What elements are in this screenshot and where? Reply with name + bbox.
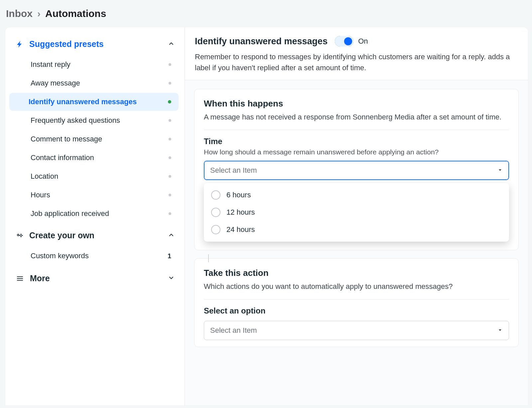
time-dropdown: 6 hours 12 hours 24 hours	[204, 183, 509, 242]
option-label: 6 hours	[226, 191, 251, 199]
time-help: How long should a message remain unanswe…	[204, 148, 509, 156]
caret-down-icon	[497, 166, 503, 175]
sidebar: Suggested presets Instant reply Away mes…	[5, 27, 185, 405]
time-option-24h[interactable]: 24 hours	[204, 221, 509, 238]
status-dot	[169, 82, 171, 85]
toggle-state-label: On	[358, 37, 368, 46]
action-description: Which actions do you want to automatical…	[204, 281, 509, 292]
main-content: Identify unanswered messages On Remember…	[185, 27, 528, 405]
chevron-up-icon	[168, 40, 175, 48]
breadcrumb-prev[interactable]: Inbox	[6, 8, 33, 19]
page-description: Remember to respond to messages by ident…	[195, 51, 518, 73]
sparkle-icon	[15, 231, 25, 240]
when-card: When this happens A message has not rece…	[194, 89, 519, 250]
status-dot	[169, 194, 171, 196]
when-description: A message has not received a response fr…	[204, 111, 509, 122]
status-dot	[169, 138, 171, 140]
option-label: 24 hours	[226, 225, 255, 234]
time-option-12h[interactable]: 12 hours	[204, 204, 509, 221]
menu-icon	[15, 275, 25, 282]
sidebar-item-comment-to-message[interactable]: Comment to message	[11, 130, 179, 148]
status-dot	[169, 63, 171, 66]
main-header: Identify unanswered messages On Remember…	[185, 27, 528, 80]
sidebar-item-count: 1	[168, 252, 171, 260]
sidebar-item-label: Instant reply	[31, 60, 169, 69]
status-dot	[169, 156, 171, 159]
sidebar-item-location[interactable]: Location	[11, 167, 179, 185]
action-option-label: Select an option	[204, 306, 509, 315]
action-card: Take this action Which actions do you wa…	[194, 258, 519, 347]
toggle-knob	[344, 37, 352, 45]
sidebar-item-label: Away message	[31, 79, 169, 88]
caret-down-icon	[497, 326, 503, 335]
sidebar-item-instant-reply[interactable]: Instant reply	[11, 56, 179, 74]
select-placeholder: Select an Item	[210, 166, 257, 175]
sidebar-item-label: Custom keywords	[31, 252, 168, 260]
chevron-down-icon	[168, 275, 175, 283]
sidebar-section-title: Create your own	[29, 231, 163, 240]
radio-icon	[211, 190, 220, 200]
select-placeholder: Select an Item	[210, 326, 257, 335]
action-select[interactable]: Select an Item	[204, 321, 509, 340]
sidebar-section-more[interactable]: More	[9, 268, 181, 287]
feature-toggle[interactable]	[335, 36, 353, 47]
status-dot	[168, 100, 171, 103]
sidebar-section-presets[interactable]: Suggested presets	[9, 35, 181, 55]
sidebar-item-label: Identify unanswered messages	[29, 98, 168, 106]
time-label: Time	[204, 137, 509, 146]
status-dot	[169, 175, 171, 178]
sidebar-item-identify-unanswered[interactable]: Identify unanswered messages	[9, 93, 179, 111]
sidebar-section-create[interactable]: Create your own	[9, 226, 181, 246]
radio-icon	[211, 208, 220, 217]
sidebar-item-faq[interactable]: Frequently asked questions	[11, 111, 179, 129]
sidebar-item-hours[interactable]: Hours	[11, 186, 179, 204]
divider	[204, 299, 509, 300]
sidebar-item-away-message[interactable]: Away message	[11, 74, 179, 92]
radio-icon	[211, 225, 220, 234]
breadcrumb: Inbox › Automations	[0, 0, 532, 27]
preset-list: Instant reply Away message Identify unan…	[9, 56, 181, 226]
sidebar-item-label: Hours	[31, 191, 169, 199]
divider	[204, 130, 509, 130]
time-option-6h[interactable]: 6 hours	[204, 186, 509, 204]
sidebar-item-label: Location	[31, 172, 169, 181]
chevron-right-icon: ›	[37, 8, 41, 19]
sidebar-item-custom-keywords[interactable]: Custom keywords 1	[11, 247, 179, 265]
sidebar-item-job-application[interactable]: Job application received	[11, 205, 179, 223]
action-heading: Take this action	[204, 268, 509, 278]
sidebar-item-label: Frequently asked questions	[31, 116, 169, 125]
sidebar-item-label: Comment to message	[31, 135, 169, 143]
status-dot	[169, 212, 171, 215]
page-title: Identify unanswered messages	[195, 36, 328, 47]
sidebar-item-label: Job application received	[31, 209, 169, 218]
card-connector	[208, 254, 209, 262]
sidebar-item-label: Contact information	[31, 153, 169, 162]
when-heading: When this happens	[204, 99, 509, 109]
lightning-icon	[15, 40, 25, 49]
sidebar-section-title: Suggested presets	[29, 39, 163, 49]
create-list: Custom keywords 1	[9, 247, 181, 268]
breadcrumb-current: Automations	[45, 8, 106, 19]
chevron-up-icon	[168, 232, 175, 240]
sidebar-item-contact-information[interactable]: Contact information	[11, 149, 179, 167]
status-dot	[169, 119, 171, 122]
time-select[interactable]: Select an Item	[204, 161, 509, 180]
option-label: 12 hours	[226, 208, 255, 217]
sidebar-section-title: More	[30, 274, 163, 283]
